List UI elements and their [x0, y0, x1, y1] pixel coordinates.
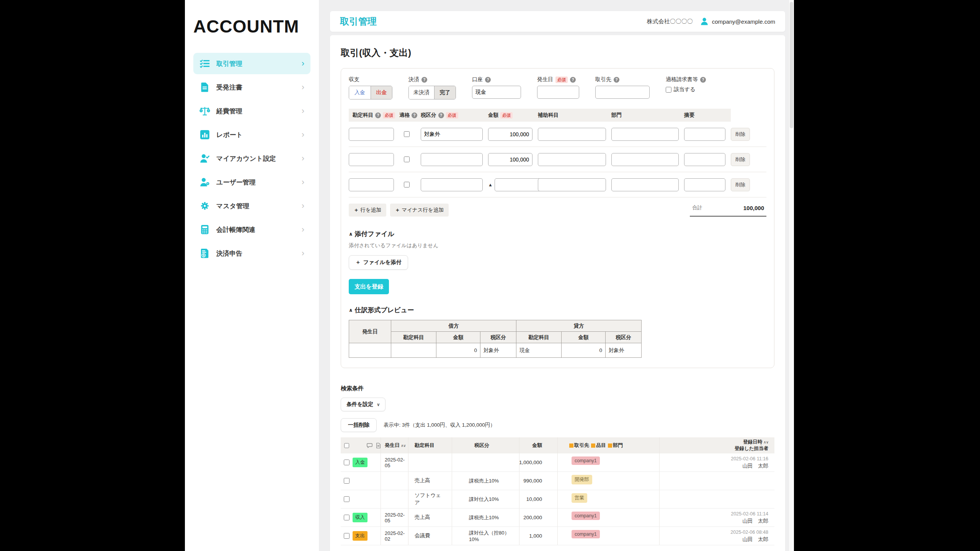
result-row[interactable]: ソフトウェア 課対仕入10% 10,000 営業 [341, 490, 774, 509]
required-badge: 必須 [500, 112, 513, 119]
sidebar-item-master-management[interactable]: マスタ管理 › [193, 195, 310, 217]
department-input[interactable] [611, 178, 679, 191]
delete-row-button[interactable]: 削除 [731, 153, 750, 166]
legend-square [591, 443, 595, 448]
date-input[interactable] [537, 86, 579, 99]
amount-input[interactable] [488, 128, 532, 141]
search-title: 検索条件 [341, 385, 774, 392]
minus-indicator-icon: ▲ [488, 182, 493, 187]
sort-icon[interactable]: ∧∨ [763, 440, 768, 444]
sidebar-item-tax-filing[interactable]: 決済申告 › [193, 243, 310, 264]
row-checkbox[interactable] [344, 478, 350, 484]
add-minus-row-button[interactable]: ＋マイナス行を追加 [390, 204, 449, 217]
date-label: 発生日 [537, 76, 553, 83]
register-expense-button[interactable]: 支出を登録 [349, 279, 389, 294]
account-input[interactable] [349, 178, 394, 191]
total-box: 合計 100,000 [690, 204, 766, 217]
unsettled-button[interactable]: 未決済 [409, 86, 434, 99]
delete-row-button[interactable]: 削除 [731, 178, 750, 191]
row-tax [452, 453, 519, 471]
help-icon[interactable]: ? [570, 77, 576, 83]
result-row[interactable]: 売上高 課税売上10% 990,000 開発部 [341, 472, 774, 490]
sidebar-item-user-management[interactable]: ユーザー管理 › [193, 171, 310, 193]
sidebar-item-reports[interactable]: レポート › [193, 124, 310, 145]
account-input[interactable] [349, 153, 394, 166]
top-header-bar: 取引管理 株式会社〇〇〇〇 company@example.com [330, 11, 785, 32]
sub-account-input[interactable] [538, 153, 606, 166]
col-account: 勘定科目 [353, 112, 373, 119]
attachments-section: ∧添付ファイル 添付されているファイルはありません ＋ファイルを添付 [349, 230, 766, 270]
add-row-button[interactable]: ＋行を追加 [349, 204, 386, 217]
sub-account-input[interactable] [538, 178, 606, 191]
collapse-icon: ∧ [349, 231, 353, 237]
journal-sub-header: 金額 [436, 332, 480, 343]
sidebar-item-label: マスタ管理 [216, 202, 249, 210]
results-col-amount: 金額 [519, 437, 558, 453]
results-col-registered[interactable]: 登録日時∧∨ 登録した担当者 [660, 437, 774, 453]
account-input[interactable] [472, 86, 521, 99]
journal-sub-header: 税区分 [480, 332, 516, 343]
attachments-empty-message: 添付されているファイルはありません [349, 242, 766, 249]
row-checkbox[interactable] [344, 515, 350, 520]
deposit-button[interactable]: 入金 [349, 86, 371, 99]
result-row[interactable]: 入金 2025-02-05 1,000,000 company1 2025-02… [341, 453, 774, 472]
result-row[interactable]: 支出 2025-02-02 会議費 課対仕入（控80）10% 1,000 com… [341, 527, 774, 545]
qualified-checkbox[interactable] [404, 156, 410, 162]
sidebar-item-expenses[interactable]: 経費管理 › [193, 100, 310, 122]
plus-icon: ＋ [355, 259, 361, 266]
tax-input[interactable] [421, 153, 483, 166]
help-icon[interactable]: ? [421, 77, 427, 83]
page-header-title: 取引管理 [340, 15, 377, 28]
plus-icon: ＋ [395, 207, 400, 214]
invoice-field: 適格請求書等? 該当する [666, 76, 706, 93]
scrollbar-thumb[interactable] [790, 2, 793, 128]
help-icon[interactable]: ? [700, 77, 706, 83]
memo-input[interactable] [684, 128, 725, 141]
partner-input[interactable] [595, 86, 650, 99]
memo-input[interactable] [684, 153, 725, 166]
help-icon[interactable]: ? [375, 112, 381, 118]
qualified-checkbox[interactable] [404, 182, 410, 187]
account-input[interactable] [349, 128, 394, 141]
bulk-delete-button[interactable]: 一括削除 [341, 418, 377, 432]
result-row[interactable]: 収入 2025-02-05 売上高 課税売上10% 200,000 compan… [341, 509, 774, 527]
results-col-tags: 取引先 品目 部門 [558, 437, 660, 453]
help-icon[interactable]: ? [614, 77, 619, 83]
sidebar-item-transactions[interactable]: 取引管理 › [193, 53, 310, 74]
attachments-title[interactable]: ∧添付ファイル [349, 230, 766, 238]
transaction-form-panel: 収支 入金 出金 決済? 未決済 完了 口座? [341, 68, 774, 368]
help-icon[interactable]: ? [412, 112, 417, 118]
sort-icon[interactable]: ∧∨ [401, 443, 406, 448]
row-checkbox[interactable] [344, 460, 350, 465]
invoice-checkbox[interactable] [666, 87, 671, 93]
memo-input[interactable] [684, 178, 725, 191]
sidebar-item-orders[interactable]: 受発注書 › [193, 77, 310, 98]
amount-input[interactable] [488, 153, 532, 166]
sub-account-input[interactable] [538, 128, 606, 141]
help-icon[interactable]: ? [485, 77, 491, 83]
partner-chip: company1 [572, 512, 600, 520]
row-amount: 200,000 [519, 509, 558, 527]
scrollbar-track[interactable] [789, 0, 794, 551]
sidebar-item-accounting-books[interactable]: 会計帳簿関連 › [193, 219, 310, 240]
department-input[interactable] [611, 128, 679, 141]
help-icon[interactable]: ? [438, 112, 444, 118]
results-col-date[interactable]: 発生日∧∨ [381, 437, 408, 453]
tax-input[interactable] [421, 178, 483, 191]
select-all-checkbox[interactable] [344, 443, 349, 448]
qualified-checkbox[interactable] [404, 131, 410, 137]
delete-row-button[interactable]: 削除 [731, 128, 750, 141]
row-account: 売上高 [415, 514, 430, 521]
department-input[interactable] [611, 153, 679, 166]
attach-file-button[interactable]: ＋ファイルを添付 [349, 255, 408, 270]
journal-preview-title[interactable]: ∧仕訳形式プレビュー [349, 306, 766, 315]
set-conditions-button[interactable]: 条件を設定∨ [341, 398, 385, 411]
tax-input[interactable] [421, 128, 483, 141]
sidebar-item-my-account[interactable]: マイアカウント設定 › [193, 148, 310, 169]
withdrawal-button[interactable]: 出金 [371, 86, 392, 99]
row-checkbox[interactable] [344, 533, 350, 539]
settled-button[interactable]: 完了 [434, 86, 456, 99]
row-account: 会議費 [415, 532, 430, 539]
comment-icon [366, 442, 373, 449]
row-checkbox[interactable] [344, 496, 350, 502]
